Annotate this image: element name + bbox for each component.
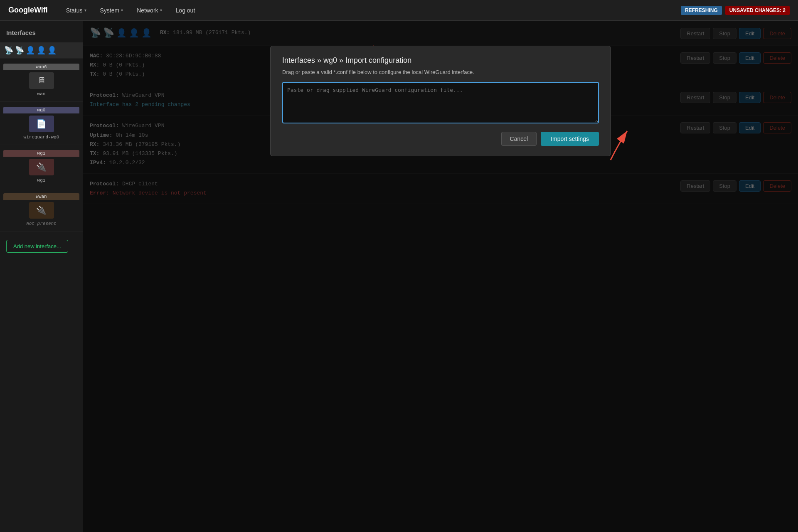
topnav: GoogleWifi Status ▾ System ▾ Network ▾ L… bbox=[0, 0, 798, 21]
person-icon-1: 👤 bbox=[26, 46, 35, 55]
chevron-icon: ▾ bbox=[160, 8, 162, 12]
wg1-icon: 🔌 bbox=[29, 159, 54, 175]
brand: GoogleWifi bbox=[8, 6, 48, 15]
sidebar-title: Interfaces bbox=[0, 25, 83, 42]
modal-footer: Cancel Import settings bbox=[282, 132, 599, 146]
sidebar: Interfaces 📡 📡 👤 👤 👤 wan6 🖥 wan wg0 📄 wi… bbox=[0, 21, 83, 532]
wwan-icon: 🔌 bbox=[29, 202, 54, 219]
nav-logout[interactable]: Log out bbox=[170, 5, 201, 16]
modal-overlay: Interfaces » wg0 » Import configuration … bbox=[83, 21, 798, 532]
cancel-button[interactable]: Cancel bbox=[501, 132, 537, 146]
modal-title: Interfaces » wg0 » Import configuration bbox=[282, 56, 599, 65]
wan6-label: wan6 bbox=[3, 64, 79, 70]
wifi-icon-2: 📡 bbox=[15, 46, 24, 55]
wg1-label: wg1 bbox=[3, 150, 79, 157]
wwan-label: wwan bbox=[3, 193, 79, 200]
sidebar-item-wwan[interactable]: wwan 🔌 Not present bbox=[0, 188, 83, 232]
import-button[interactable]: Import settings bbox=[541, 132, 599, 146]
main-content: 📡 📡 👤 👤 👤 RX: 181.99 MB (276171 Pkts.) R… bbox=[83, 21, 798, 532]
wan6-name: wan bbox=[37, 91, 46, 96]
add-interface-button[interactable]: Add new interface... bbox=[6, 240, 68, 253]
unsaved-badge: UNSAVED CHANGES: 2 bbox=[725, 6, 790, 15]
wifi-icon-1: 📡 bbox=[4, 46, 13, 55]
wwan-name: Not present bbox=[26, 221, 57, 226]
wan6-icon: 🖥 bbox=[29, 72, 54, 89]
nav-right: REFRESHING UNSAVED CHANGES: 2 bbox=[681, 6, 790, 15]
chevron-icon: ▾ bbox=[121, 8, 123, 12]
refreshing-badge: REFRESHING bbox=[681, 6, 722, 15]
wg0-name: wireguard-wg0 bbox=[24, 135, 59, 140]
sidebar-item-wg1[interactable]: wg1 🔌 wg1 bbox=[0, 145, 83, 188]
modal: Interfaces » wg0 » Import configuration … bbox=[270, 46, 611, 156]
sidebar-item-top[interactable]: 📡 📡 👤 👤 👤 bbox=[0, 42, 83, 59]
modal-subtitle: Drag or paste a valid *.conf file below … bbox=[282, 69, 599, 75]
person-icon-3: 👤 bbox=[47, 46, 57, 55]
chevron-icon: ▾ bbox=[84, 8, 86, 12]
wg0-icon: 📄 bbox=[29, 116, 54, 132]
person-icon-2: 👤 bbox=[37, 46, 46, 55]
nav-menu: Status ▾ System ▾ Network ▾ Log out bbox=[60, 5, 681, 16]
config-textarea[interactable] bbox=[282, 82, 599, 123]
wg0-label: wg0 bbox=[3, 107, 79, 113]
sidebar-item-wg0[interactable]: wg0 📄 wireguard-wg0 bbox=[0, 102, 83, 145]
nav-network[interactable]: Network ▾ bbox=[131, 5, 167, 16]
page-body: Interfaces 📡 📡 👤 👤 👤 wan6 🖥 wan wg0 📄 wi… bbox=[0, 21, 798, 532]
nav-system[interactable]: System ▾ bbox=[94, 5, 129, 16]
sidebar-item-wan6[interactable]: wan6 🖥 wan bbox=[0, 59, 83, 102]
nav-status[interactable]: Status ▾ bbox=[60, 5, 92, 16]
wg1-name: wg1 bbox=[37, 178, 46, 183]
